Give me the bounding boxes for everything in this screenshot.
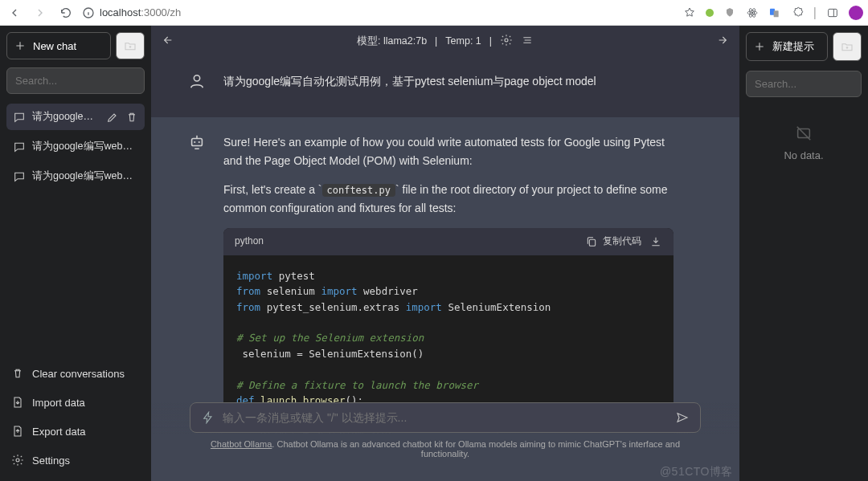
message-icon — [13, 111, 26, 124]
svg-point-10 — [194, 75, 199, 81]
import-data-label: Import data — [32, 397, 85, 409]
react-devtools-icon[interactable] — [746, 6, 759, 19]
settings-button[interactable]: Settings — [6, 446, 145, 475]
trash-icon — [11, 367, 24, 380]
footer-note: Chatbot Ollama. Chatbot Ollama is an adv… — [190, 439, 701, 459]
temp-label: Temp: 1 — [445, 35, 481, 47]
topbar-list-icon[interactable] — [521, 34, 534, 49]
new-prompt-button[interactable]: 新建提示 — [746, 32, 828, 61]
translate-icon[interactable] — [768, 6, 781, 19]
user-message: 请为google编写自动化测试用例，基于pytest selenium与page… — [151, 56, 739, 117]
assistant-p1: Sure! Here's an example of how you could… — [223, 133, 674, 169]
prompt-icon[interactable] — [202, 411, 215, 424]
import-icon — [11, 396, 24, 409]
info-icon — [82, 6, 95, 19]
url-host: localhost — [100, 6, 141, 18]
new-chat-button[interactable]: New chat — [6, 32, 111, 59]
new-folder-icon — [124, 39, 137, 52]
export-icon — [11, 425, 24, 438]
chat-item-0[interactable]: 请为google编写自动化... — [6, 104, 145, 130]
new-folder-button[interactable] — [116, 32, 145, 59]
plus-icon — [14, 39, 27, 52]
browser-reload-button[interactable] — [56, 3, 76, 22]
new-prompt-folder-button[interactable] — [833, 32, 862, 61]
clear-conversations-button[interactable]: Clear conversations — [6, 359, 145, 388]
chat-title: 请为google编写web自动化测... — [32, 140, 138, 153]
clear-conversations-label: Clear conversations — [32, 368, 125, 380]
user-avatar-icon — [186, 72, 207, 93]
user-text: 请为google编写自动化测试用例，基于pytest selenium与page… — [223, 72, 596, 90]
main-panel: 模型: llama2:7b | Temp: 1 | 请为google编写自动化测… — [151, 26, 739, 481]
chat-item-2[interactable]: 请为google编写web自动化测... — [6, 163, 145, 190]
address-bar[interactable]: localhost:3000/zh — [82, 6, 181, 19]
svg-point-13 — [199, 141, 200, 143]
no-data-panel: No data. — [746, 124, 862, 161]
no-data-icon — [795, 124, 813, 142]
download-icon[interactable] — [649, 235, 662, 248]
svg-rect-11 — [192, 139, 203, 146]
bot-avatar-icon — [186, 133, 207, 154]
url-path: :3000/zh — [141, 6, 181, 18]
chat-title: 请为google编写自动化... — [32, 110, 100, 124]
sidepanel-icon[interactable] — [826, 6, 839, 19]
send-icon[interactable] — [676, 411, 689, 424]
svg-point-9 — [505, 39, 508, 42]
no-data-label: No data. — [746, 149, 862, 161]
assistant-p2: First, let's create a `conftest.py` file… — [223, 181, 674, 217]
footer-text: . Chatbot Ollama is an advanced chatbot … — [272, 439, 680, 459]
puzzle-icon[interactable] — [791, 6, 804, 19]
extension-dot-icon[interactable] — [706, 9, 714, 17]
import-data-button[interactable]: Import data — [6, 388, 145, 417]
input-area: Chatbot Ollama. Chatbot Ollama is an adv… — [151, 402, 739, 481]
left-sidebar: New chat 请为google编写自动化... 请为google编写web自… — [0, 26, 151, 481]
search-prompts-input[interactable] — [746, 71, 862, 97]
collapse-left-icon[interactable] — [161, 34, 174, 49]
message-input[interactable] — [223, 411, 668, 424]
footer-link[interactable]: Chatbot Ollama — [211, 439, 272, 449]
chat-item-1[interactable]: 请为google编写web自动化测... — [6, 133, 145, 160]
search-chats-input[interactable] — [6, 67, 145, 94]
browser-extensions: | — [683, 6, 863, 20]
export-data-label: Export data — [32, 426, 86, 438]
new-folder-icon — [841, 40, 854, 53]
chat-title: 请为google编写web自动化测... — [32, 169, 138, 183]
copy-code-button[interactable]: 复制代码 — [585, 234, 641, 249]
svg-point-8 — [16, 459, 19, 462]
gear-icon — [11, 454, 24, 467]
svg-rect-6 — [774, 10, 779, 17]
edit-icon[interactable] — [106, 111, 119, 124]
message-icon — [13, 170, 26, 183]
svg-rect-14 — [589, 239, 595, 246]
browser-back-button[interactable] — [5, 3, 24, 22]
chat-list: 请为google编写自动化... 请为google编写web自动化测... 请为… — [6, 104, 145, 190]
star-icon[interactable] — [683, 6, 696, 19]
message-icon — [13, 141, 26, 153]
new-prompt-label: 新建提示 — [772, 39, 814, 54]
export-data-button[interactable]: Export data — [6, 417, 145, 446]
svg-rect-7 — [829, 9, 837, 16]
svg-point-12 — [194, 141, 195, 143]
profile-avatar[interactable] — [849, 6, 863, 20]
model-label: 模型: llama2:7b — [357, 35, 427, 48]
topbar-gear-icon[interactable] — [500, 34, 513, 49]
message-input-box — [190, 402, 701, 433]
copy-icon — [585, 235, 598, 248]
browser-forward-button[interactable] — [31, 3, 50, 22]
trash-icon[interactable] — [125, 111, 138, 124]
settings-label: Settings — [32, 455, 70, 467]
new-chat-label: New chat — [33, 40, 76, 52]
right-sidebar: 新建提示 No data. — [739, 26, 868, 481]
svg-point-1 — [751, 11, 754, 14]
plus-icon — [753, 40, 766, 53]
topbar: 模型: llama2:7b | Temp: 1 | — [151, 26, 739, 56]
app-root: New chat 请为google编写自动化... 请为google编写web自… — [0, 26, 868, 481]
browser-toolbar: localhost:3000/zh | — [0, 0, 868, 26]
collapse-right-icon[interactable] — [717, 34, 730, 49]
code-lang-label: python — [235, 234, 264, 249]
brave-icon[interactable] — [723, 6, 736, 19]
